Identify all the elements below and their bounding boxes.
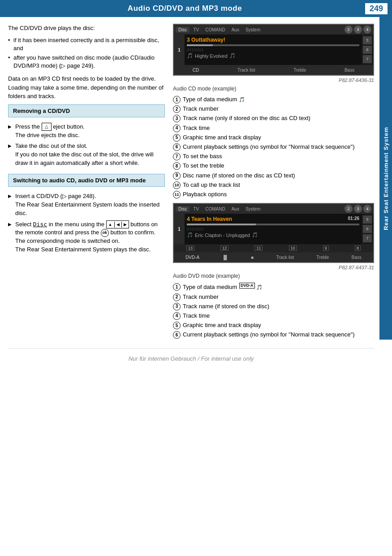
- tick: |: [187, 227, 188, 230]
- list-item: Insert a CD/DVD (▷ page 248). The Rear S…: [8, 192, 165, 218]
- s2-num-btn-12[interactable]: 12: [220, 246, 228, 251]
- s2-circle-btn-4[interactable]: 4: [363, 205, 371, 213]
- item-text: Type of data medium 🎵: [183, 95, 245, 103]
- disc-code: Disc: [33, 221, 47, 228]
- list-item: 11 Playback options: [173, 190, 374, 198]
- s2-album-name: Eric Clapton - Unplugged: [195, 233, 250, 238]
- num-circle-7: 7: [173, 153, 181, 160]
- item-text: Disc name (if stored on the disc as CD t…: [183, 172, 295, 180]
- screen1-track-name: 3 Outtathaway!: [187, 37, 359, 43]
- item-text: To call up the track list: [183, 181, 240, 189]
- s2-circle-btn-3[interactable]: 3: [354, 205, 362, 213]
- circle-btn-4[interactable]: 4: [363, 26, 371, 34]
- sidebar-label-text: Rear Seat Entertainment System: [383, 127, 389, 230]
- s2-side-btn-5[interactable]: 5: [363, 216, 372, 224]
- list-item: 5 Graphic time and track display: [173, 321, 374, 329]
- screen1-image: Disc TV COMAND Aux System 2 3 4: [173, 24, 374, 76]
- side-btn-6[interactable]: 6: [363, 46, 372, 54]
- list-item: 10 To call up the track list: [173, 181, 374, 189]
- screen2-number-row: 13 12 11 10 9 8: [174, 244, 373, 252]
- screen2-caption: Audio DVD mode (example): [173, 272, 374, 280]
- list-item: 3 Track name (only if stored on the disc…: [173, 114, 374, 122]
- tab-aux[interactable]: Aux: [229, 27, 242, 33]
- left-btn[interactable]: ◀: [115, 222, 122, 228]
- section2-title: Switching to audio CD, audio DVD or MP3 …: [8, 174, 165, 187]
- s2-bottom-tracklist[interactable]: Track list: [276, 255, 294, 260]
- dvd-badge: DVD-A: [239, 283, 255, 289]
- s2-num-btn-13[interactable]: 13: [186, 246, 194, 251]
- num-circle-6: 6: [173, 143, 181, 151]
- s2-num-btn-10[interactable]: 10: [289, 246, 297, 251]
- tick: |: [194, 227, 194, 230]
- s2-tab-comand[interactable]: COMAND: [202, 206, 228, 212]
- tick: |: [201, 48, 202, 51]
- s2-bottom-dvda[interactable]: DVD-A: [185, 255, 199, 260]
- right-btn[interactable]: ▶: [122, 222, 129, 228]
- list-item: Take the disc out of the slot. If you do…: [8, 142, 165, 168]
- item-text: Graphic time and track display: [183, 134, 261, 142]
- s2-num-circle-6: 6: [173, 331, 181, 339]
- tab-tv[interactable]: TV: [190, 27, 202, 33]
- list-item: after you have switched on disc mode (au…: [8, 54, 165, 70]
- list-item: 1 Type of data medium 🎵: [173, 95, 374, 103]
- num-circle-1: 1: [173, 96, 181, 103]
- s2-tab-aux[interactable]: Aux: [229, 206, 242, 212]
- list-item: 7 To set the bass: [173, 152, 374, 160]
- list-item: 3 Track name (if stored on the disc): [173, 302, 374, 310]
- s2-tab-system[interactable]: System: [243, 206, 263, 212]
- tab-comand[interactable]: COMAND: [202, 27, 228, 33]
- up-btn[interactable]: ▲: [107, 222, 115, 228]
- num-circle-10: 10: [173, 181, 181, 189]
- screen2-progress-fill: [187, 224, 256, 225]
- num-circle-2: 2: [173, 105, 181, 113]
- tab-disc[interactable]: Disc: [176, 27, 190, 33]
- side-btn-5[interactable]: 5: [363, 36, 372, 44]
- screen1-part-number: P82.87-6436-31: [173, 78, 374, 83]
- screen2-album: 🎵 Eric Clapton - Unplugged 🎵: [187, 232, 359, 238]
- ok-button[interactable]: ok: [101, 229, 109, 237]
- bottom-btn-tracklist[interactable]: Track list: [237, 68, 255, 73]
- list-item: 5 Graphic time and track display: [173, 134, 374, 142]
- s2-bottom-pause[interactable]: ▐▌: [222, 255, 228, 260]
- s2-bottom-bass[interactable]: Bass: [352, 255, 362, 260]
- tick: |: [199, 227, 200, 230]
- screen2-image: Disc TV COMAND Aux System 2 3 4: [173, 203, 374, 263]
- s2-circle-buttons: 2 3 4: [345, 205, 371, 213]
- num-circle-4: 4: [173, 125, 181, 132]
- bottom-btn-treble[interactable]: Treble: [293, 68, 306, 73]
- list-item: 6 Current playback settings (no symbol f…: [173, 331, 374, 339]
- eject-button-icon: △: [42, 123, 52, 131]
- item-text: Current playback settings (no symbol for…: [183, 143, 355, 151]
- s2-item-text: Current playback settings (no symbol for…: [183, 331, 355, 339]
- page-number: 249: [365, 3, 388, 14]
- s2-num-btn-9[interactable]: 9: [323, 246, 329, 251]
- s2-num-circle-3: 3: [173, 303, 181, 310]
- s2-num-btn-11[interactable]: 11: [254, 246, 263, 251]
- s2-tab-tv[interactable]: TV: [190, 206, 202, 212]
- s2-side-btn-7[interactable]: 7: [363, 234, 372, 242]
- tab-system[interactable]: System: [243, 27, 263, 33]
- s2-bottom-treble[interactable]: Treble: [316, 255, 329, 260]
- screen2-main: 4 Tears In Heaven 01:26 | | |: [185, 214, 362, 244]
- screen1-bottom-bar: CD Track list Treble Bass: [174, 65, 373, 75]
- s2-album-icon: 🎵: [187, 232, 193, 238]
- bottom-btn-bass[interactable]: Bass: [345, 68, 354, 73]
- s2-circle-btn-2[interactable]: 2: [345, 205, 353, 213]
- s2-side-btn-6[interactable]: 6: [363, 225, 372, 233]
- side-btn-7[interactable]: 7: [363, 55, 372, 63]
- bottom-btn-cd[interactable]: CD: [193, 68, 199, 73]
- s2-num-btn-8[interactable]: 8: [355, 246, 361, 251]
- circle-btn-3[interactable]: 3: [354, 26, 362, 34]
- s2-num-circle-1: 1: [173, 283, 181, 291]
- s2-num-circle-5: 5: [173, 322, 181, 329]
- screen2-tabbar: Disc TV COMAND Aux System 2 3 4: [174, 204, 373, 214]
- list-item: 9 Disc name (if stored on the disc as CD…: [173, 172, 374, 180]
- tick: |: [189, 227, 190, 230]
- circle-btn-2[interactable]: 2: [345, 26, 353, 34]
- s2-bottom-stop[interactable]: ■: [251, 255, 254, 260]
- screen2-content: 1 4 Tears In Heaven 01:26: [174, 214, 373, 244]
- list-item: Press the △ eject button. The drive ejec…: [8, 123, 165, 140]
- item-text: To set the treble: [183, 162, 224, 170]
- circle-buttons: 2 3 4: [345, 26, 371, 34]
- s2-tab-disc[interactable]: Disc: [176, 206, 190, 212]
